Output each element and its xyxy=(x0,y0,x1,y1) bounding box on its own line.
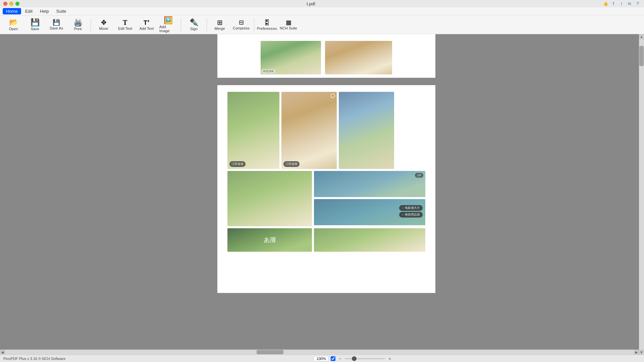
menu-suite[interactable]: Suite xyxy=(53,8,70,14)
move-label: Move xyxy=(99,26,108,31)
add-text-icon: T+ xyxy=(144,19,150,26)
image-caption-1: 闲适清南 xyxy=(262,69,275,73)
scroll-up-button[interactable]: ▲ xyxy=(639,34,644,39)
save-button[interactable]: 💾 Save xyxy=(25,16,45,33)
compress-icon: ⊟ xyxy=(239,19,244,25)
couple-sitting-photo: ⊙ 江郎道南 xyxy=(281,92,337,169)
open-button[interactable]: 📂 Open xyxy=(3,16,23,33)
preferences-button[interactable]: 🎛 Preferences xyxy=(257,16,277,33)
print-icon: 🖨️ xyxy=(73,19,83,26)
scroll-thumb[interactable] xyxy=(639,46,644,66)
window-title: t.pdf xyxy=(19,1,602,6)
couple-holding-image xyxy=(325,41,392,74)
forest-text: あ清 xyxy=(264,236,276,244)
pdf-page-2: 江郎道南 ⊙ 江郎道南 xyxy=(217,85,435,293)
open-icon: 📂 xyxy=(9,19,18,26)
scroll-right-button[interactable]: ▶ xyxy=(634,350,639,355)
toolbar: 📂 Open 💾 Save 💾 Save As 🖨️ Print ✥ Move … xyxy=(0,15,644,34)
couple-animals-photo xyxy=(227,171,312,226)
pdf-page-1-partial: 闲适清南 xyxy=(217,34,435,78)
zoom-out-button[interactable]: − xyxy=(337,356,343,361)
pages-container: 闲适清南 江郎道南 xyxy=(13,34,639,355)
couple-lake-photo: 2/9 xyxy=(314,171,425,197)
main-area: MacV.com MacV.com 闲适清南 xyxy=(0,34,644,355)
sign-button[interactable]: ✒️ Sign xyxy=(184,16,204,33)
vertical-scrollbar[interactable]: ▲ ▼ xyxy=(639,34,644,355)
zoom-controls: − + xyxy=(65,356,641,361)
print-button[interactable]: 🖨️ Print xyxy=(68,16,88,33)
save-icon: 💾 xyxy=(31,19,40,26)
traffic-lights xyxy=(3,2,19,6)
add-text-label: Add Text xyxy=(140,26,154,31)
edit-text-button[interactable]: T Edit Text xyxy=(115,16,135,33)
maximize-button[interactable] xyxy=(15,2,19,6)
add-image-button[interactable]: 🖼️ Add Image xyxy=(158,16,178,33)
photo-row-3: あ清 xyxy=(227,228,425,252)
share-icon[interactable]: 👍 xyxy=(602,1,608,7)
scroll-down-button[interactable]: ▼ xyxy=(639,350,644,355)
couple-goats-photo: 江郎道南 xyxy=(227,92,279,169)
title-bar: t.pdf 👍 f t in ? xyxy=(0,0,644,7)
add-text-button[interactable]: T+ Add Text xyxy=(137,16,157,33)
separator-1 xyxy=(91,18,91,32)
menu-edit[interactable]: Edit xyxy=(22,8,36,14)
save-as-button[interactable]: 💾 Save As xyxy=(46,16,66,33)
right-photo-column: 2/9 电影感大片 南昌周边游 xyxy=(314,171,425,226)
left-panel xyxy=(0,34,13,355)
scroll-track[interactable] xyxy=(639,39,644,350)
h-scroll-track[interactable] xyxy=(5,350,634,355)
field-partial-photo xyxy=(314,228,425,252)
move-icon: ✥ xyxy=(101,19,107,26)
horizontal-scrollbar[interactable]: ◀ ▶ xyxy=(0,350,639,355)
zoom-slider[interactable] xyxy=(345,358,385,359)
badge-sitting: 江郎道南 xyxy=(283,161,300,167)
compress-label: Compress xyxy=(233,26,250,30)
zoom-checkbox[interactable] xyxy=(331,356,335,361)
title-bar-icons: 👍 f t in ? xyxy=(602,1,641,7)
linkedin-icon[interactable]: in xyxy=(627,1,633,7)
merge-button[interactable]: ⊞ Merge xyxy=(210,16,230,33)
page1-content: 闲适清南 xyxy=(217,34,435,78)
close-button[interactable] xyxy=(3,2,7,6)
edit-text-label: Edit Text xyxy=(118,26,132,31)
facebook-icon[interactable]: f xyxy=(610,1,616,7)
merge-label: Merge xyxy=(214,26,225,31)
animals-water-photo: 电影感大片 南昌周边游 xyxy=(314,199,425,225)
sign-label: Sign xyxy=(190,27,198,31)
move-button[interactable]: ✥ Move xyxy=(94,16,114,33)
save-label: Save xyxy=(31,27,39,31)
couple-flowers-photo xyxy=(339,92,394,169)
twitter-icon[interactable]: t xyxy=(619,1,625,7)
zoom-input[interactable] xyxy=(314,356,329,361)
zoom-in-button[interactable]: + xyxy=(387,356,392,361)
photo-row-1: 江郎道南 ⊙ 江郎道南 xyxy=(227,92,425,169)
preferences-icon: 🎛 xyxy=(264,19,270,26)
page2-content: 江郎道南 ⊙ 江郎道南 xyxy=(217,85,435,258)
scroll-left-button[interactable]: ◀ xyxy=(0,350,5,355)
pdf-viewer[interactable]: MacV.com MacV.com 闲适清南 xyxy=(13,34,639,355)
save-as-label: Save As xyxy=(50,26,63,30)
compress-button[interactable]: ⊟ Compress xyxy=(231,16,251,33)
nch-suite-icon: ▦ xyxy=(286,19,291,25)
edit-text-icon: T xyxy=(123,19,127,26)
menu-bar: Home Edit Help Suite xyxy=(0,7,644,15)
separator-3 xyxy=(207,18,207,32)
photo-row-2: 2/9 电影感大片 南昌周边游 xyxy=(227,171,425,226)
chat-bubble-2: 南昌周边游 xyxy=(399,212,423,218)
help-icon[interactable]: ? xyxy=(635,1,641,7)
nch-suite-button[interactable]: ▦ NCH Suite xyxy=(278,16,299,33)
separator-2 xyxy=(181,18,181,32)
software-info: PicoPDF Plus v 3.16 © NCH Software xyxy=(3,357,65,361)
h-scroll-thumb[interactable] xyxy=(257,350,283,354)
nch-suite-label: NCH Suite xyxy=(280,26,297,30)
separator-4 xyxy=(254,18,254,32)
minimize-button[interactable] xyxy=(9,2,13,6)
forest-photo: あ清 xyxy=(227,228,312,252)
page1-images: 闲适清南 xyxy=(261,41,392,74)
menu-home[interactable]: Home xyxy=(3,8,21,14)
page-separator xyxy=(13,78,639,85)
status-bar: PicoPDF Plus v 3.16 © NCH Software − + xyxy=(0,355,644,362)
merge-icon: ⊞ xyxy=(217,19,223,26)
menu-help[interactable]: Help xyxy=(37,8,52,14)
add-image-label: Add Image xyxy=(159,25,177,33)
